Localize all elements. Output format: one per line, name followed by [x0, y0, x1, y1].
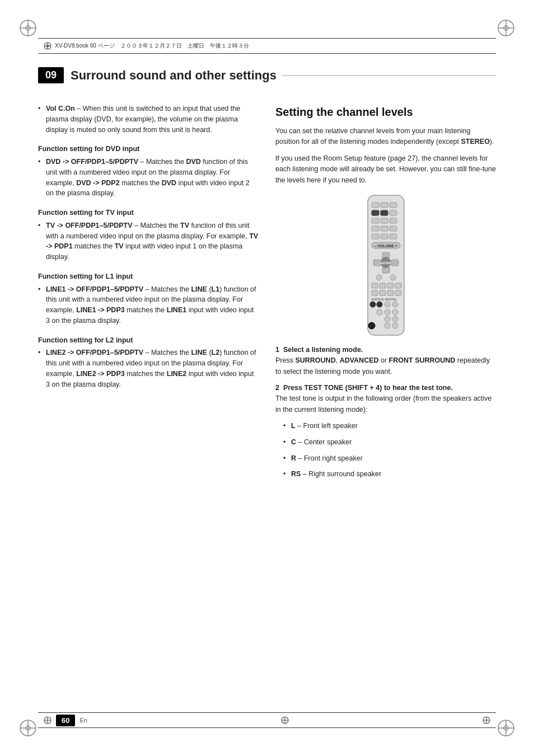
svg-rect-53 — [395, 290, 401, 295]
svg-rect-40 — [391, 260, 399, 266]
svg-rect-41 — [382, 267, 390, 273]
chapter-number: 09 — [38, 67, 64, 83]
chapter-title: Surround sound and other settings — [71, 68, 282, 83]
step1: 1 Select a listening mode. Press SURROUN… — [275, 345, 496, 377]
svg-point-58 — [392, 302, 398, 307]
top-bar: XV-DV8.book 60 ページ ２００３年１２月２７日 土曜日 午後１２時… — [38, 38, 496, 54]
chapter-title-line — [282, 75, 496, 76]
l1-input-bullet: LINE1 -> OFF/PDP1–5/PDPTV – Matches the … — [38, 284, 259, 326]
svg-text:ENTER: ENTER — [380, 261, 391, 265]
corner-mark-br — [495, 717, 517, 739]
svg-point-55 — [370, 302, 376, 307]
svg-rect-32 — [390, 226, 397, 231]
svg-rect-31 — [381, 226, 388, 231]
right-section-title: Setting the channel levels — [275, 104, 496, 120]
svg-rect-47 — [380, 283, 386, 288]
test-tone-item-rs: RS – Right surround speaker — [283, 469, 496, 480]
tv-input-bullet: TV -> OFF/PDP1–5/PDPTV – Matches the TV … — [38, 220, 259, 262]
right-info-text: If you used the Room Setup feature (page… — [275, 153, 496, 186]
tv-input-heading: Function setting for TV input — [38, 208, 259, 218]
svg-point-56 — [377, 302, 382, 307]
svg-rect-50 — [372, 290, 378, 295]
right-intro-text: You can set the relative channel levels … — [275, 126, 496, 148]
svg-rect-48 — [387, 283, 394, 288]
svg-rect-35 — [390, 234, 397, 239]
svg-rect-24 — [372, 210, 379, 215]
bottom-reg-mark-left — [44, 716, 51, 724]
test-tone-item-c: C – Center speaker — [283, 437, 496, 448]
svg-rect-26 — [390, 210, 397, 215]
dvd-input-heading: Function setting for DVD input — [38, 144, 259, 154]
svg-point-62 — [385, 316, 390, 322]
svg-point-66 — [392, 323, 398, 328]
svg-point-65 — [385, 323, 390, 328]
bottom-bar: 60 En — [38, 712, 496, 728]
vol-con-bullet: Vol C.On – When this unit is switched to… — [38, 104, 259, 135]
corner-mark-tl — [17, 17, 39, 39]
corner-mark-bl — [17, 717, 39, 739]
svg-rect-23 — [390, 203, 397, 208]
svg-rect-51 — [380, 290, 386, 295]
svg-point-60 — [385, 309, 390, 315]
svg-rect-22 — [381, 203, 388, 208]
svg-rect-46 — [372, 283, 378, 288]
svg-rect-52 — [387, 290, 394, 295]
remote-svg: – VOLUME + ENTER — [359, 192, 413, 338]
svg-rect-49 — [395, 283, 401, 288]
svg-point-45 — [390, 275, 396, 280]
svg-point-59 — [377, 309, 382, 315]
l2-input-bullet: LINE2 -> OFF/PDP1–5/PDPTV – Matches the … — [38, 348, 259, 389]
svg-rect-21 — [372, 203, 379, 208]
svg-rect-25 — [381, 210, 388, 215]
svg-text:NATDVD  DIGITAL: NATDVD DIGITAL — [372, 298, 397, 301]
test-tone-item-r: R – Front right speaker — [283, 453, 496, 464]
svg-point-57 — [385, 302, 390, 307]
svg-rect-27 — [372, 218, 379, 223]
svg-point-63 — [392, 316, 398, 322]
svg-point-64 — [368, 322, 375, 329]
svg-rect-28 — [381, 218, 388, 223]
corner-mark-tr — [495, 17, 517, 39]
main-content: Vol C.On – When this unit is switched to… — [38, 104, 496, 706]
svg-rect-34 — [381, 234, 388, 239]
test-tone-item-l: L – Front left speaker — [283, 421, 496, 431]
svg-rect-33 — [372, 234, 379, 239]
right-column: Setting the channel levels You can set t… — [275, 104, 496, 706]
svg-text:– VOLUME +: – VOLUME + — [374, 243, 397, 247]
dvd-input-bullet: DVD -> OFF/PDP1–5/PDPTV – Matches the DV… — [38, 157, 259, 199]
remote-illustration: – VOLUME + ENTER — [275, 192, 496, 338]
test-tone-list: L – Front left speaker C – Center speake… — [275, 421, 496, 480]
svg-point-61 — [392, 309, 398, 315]
bottom-reg-mark-center — [281, 716, 289, 724]
bottom-reg-mark-right — [483, 716, 490, 724]
svg-rect-29 — [390, 218, 397, 223]
l2-input-heading: Function setting for L2 input — [38, 335, 259, 346]
step2: 2 Press TEST TONE (SHIFT + 4) to hear th… — [275, 383, 496, 415]
page-number: 60 — [56, 715, 75, 726]
svg-point-44 — [376, 275, 382, 280]
top-bar-text: XV-DV8.book 60 ページ ２００３年１２月２７日 土曜日 午後１２時… — [55, 42, 249, 50]
left-column: Vol C.On – When this unit is switched to… — [38, 104, 259, 706]
chapter-header: 09 Surround sound and other settings — [38, 67, 496, 83]
svg-rect-30 — [372, 226, 379, 231]
l1-input-heading: Function setting for L1 input — [38, 271, 259, 282]
page-lang: En — [79, 717, 87, 724]
